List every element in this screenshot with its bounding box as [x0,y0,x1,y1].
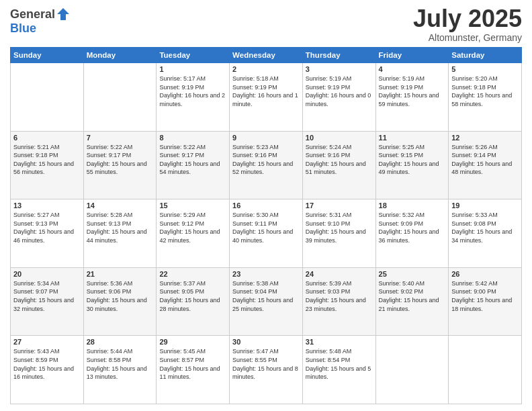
sunset-text: Sunset: 8:54 PM [306,356,373,365]
calendar-cell: 11 Sunrise: 5:25 AM Sunset: 9:15 PM Dayl… [375,131,449,199]
sunset-text: Sunset: 9:07 PM [13,287,81,296]
calendar-cell [449,336,522,404]
daylight-text: Daylight: 15 hours and 39 minutes. [306,228,373,244]
sunset-text: Sunset: 9:04 PM [232,287,300,296]
daylight-text: Daylight: 15 hours and 51 minutes. [306,160,373,177]
day-number: 5 [451,65,519,73]
calendar-cell: 3 Sunrise: 5:19 AM Sunset: 9:19 PM Dayli… [302,63,375,132]
sunset-text: Sunset: 8:58 PM [87,356,154,365]
daylight-text: Daylight: 15 hours and 16 minutes. [13,365,81,381]
daylight-text: Daylight: 15 hours and 30 minutes. [87,296,154,313]
sunrise-text: Sunrise: 5:39 AM [306,279,373,288]
sunrise-text: Sunrise: 5:42 AM [451,279,519,288]
day-info: Sunrise: 5:24 AM Sunset: 9:16 PM Dayligh… [306,143,373,177]
day-info: Sunrise: 5:42 AM Sunset: 9:00 PM Dayligh… [451,279,519,313]
calendar-cell: 28 Sunrise: 5:44 AM Sunset: 8:58 PM Dayl… [83,336,157,404]
calendar-cell: 18 Sunrise: 5:32 AM Sunset: 9:09 PM Dayl… [375,199,449,268]
sunset-text: Sunset: 9:08 PM [451,220,519,228]
sunrise-text: Sunrise: 5:37 AM [159,279,226,288]
day-number: 13 [13,201,81,210]
day-number: 3 [306,65,373,73]
day-info: Sunrise: 5:27 AM Sunset: 9:13 PM Dayligh… [13,211,81,244]
day-number: 26 [451,270,519,278]
sunset-text: Sunset: 9:05 PM [159,287,226,296]
calendar-cell: 7 Sunrise: 5:22 AM Sunset: 9:17 PM Dayli… [83,131,157,199]
sunrise-text: Sunrise: 5:26 AM [451,143,519,152]
sunset-text: Sunset: 9:03 PM [306,287,373,296]
logo-icon [56,7,71,21]
day-info: Sunrise: 5:22 AM Sunset: 9:17 PM Dayligh… [159,143,226,177]
day-number: 30 [232,338,300,346]
sunset-text: Sunset: 9:13 PM [87,220,154,228]
sunrise-text: Sunrise: 5:45 AM [159,347,226,356]
day-info: Sunrise: 5:48 AM Sunset: 8:54 PM Dayligh… [306,347,373,381]
col-thursday: Thursday [302,48,375,63]
sunset-text: Sunset: 9:02 PM [379,287,446,296]
day-number: 12 [451,134,519,142]
sunset-text: Sunset: 9:19 PM [232,83,300,92]
day-number: 19 [451,201,519,210]
calendar-cell: 4 Sunrise: 5:19 AM Sunset: 9:19 PM Dayli… [375,63,449,132]
day-number: 2 [232,65,300,73]
day-number: 25 [379,270,446,278]
calendar-cell: 19 Sunrise: 5:33 AM Sunset: 9:08 PM Dayl… [449,199,522,268]
sunrise-text: Sunrise: 5:32 AM [379,211,446,220]
daylight-text: Daylight: 15 hours and 32 minutes. [13,296,81,313]
sunset-text: Sunset: 8:59 PM [13,356,81,365]
day-info: Sunrise: 5:38 AM Sunset: 9:04 PM Dayligh… [232,279,300,313]
day-info: Sunrise: 5:26 AM Sunset: 9:14 PM Dayligh… [451,143,519,177]
day-info: Sunrise: 5:29 AM Sunset: 9:12 PM Dayligh… [159,211,226,244]
day-info: Sunrise: 5:39 AM Sunset: 9:03 PM Dayligh… [306,279,373,313]
sunrise-text: Sunrise: 5:30 AM [232,211,300,220]
sunset-text: Sunset: 9:10 PM [306,220,373,228]
day-number: 29 [159,338,226,346]
calendar-cell: 24 Sunrise: 5:39 AM Sunset: 9:03 PM Dayl… [302,267,375,336]
day-info: Sunrise: 5:31 AM Sunset: 9:10 PM Dayligh… [306,211,373,244]
page: General Blue July 2025 Altomunster, Germ… [0,0,532,411]
sunrise-text: Sunrise: 5:29 AM [159,211,226,220]
sunrise-text: Sunrise: 5:31 AM [306,211,373,220]
calendar-cell: 14 Sunrise: 5:28 AM Sunset: 9:13 PM Dayl… [83,199,157,268]
sunrise-text: Sunrise: 5:36 AM [87,279,154,288]
calendar-cell: 6 Sunrise: 5:21 AM Sunset: 9:18 PM Dayli… [11,131,84,199]
sunrise-text: Sunrise: 5:40 AM [379,279,446,288]
sunrise-text: Sunrise: 5:43 AM [13,347,81,356]
calendar-week-1: 1 Sunrise: 5:17 AM Sunset: 9:19 PM Dayli… [11,63,522,132]
calendar-table: Sunday Monday Tuesday Wednesday Thursday… [10,47,522,404]
sunset-text: Sunset: 8:57 PM [159,356,226,365]
day-info: Sunrise: 5:43 AM Sunset: 8:59 PM Dayligh… [13,347,81,381]
sunrise-text: Sunrise: 5:19 AM [306,75,373,83]
sunrise-text: Sunrise: 5:47 AM [232,347,300,356]
sunset-text: Sunset: 9:14 PM [451,151,519,160]
daylight-text: Daylight: 15 hours and 28 minutes. [159,296,226,313]
day-info: Sunrise: 5:47 AM Sunset: 8:55 PM Dayligh… [232,347,300,381]
day-number: 8 [159,134,226,142]
day-number: 18 [379,201,446,210]
daylight-text: Daylight: 15 hours and 25 minutes. [232,296,300,313]
day-number: 23 [232,270,300,278]
calendar-cell [83,63,157,132]
day-number: 1 [159,65,226,73]
daylight-text: Daylight: 15 hours and 59 minutes. [379,91,446,108]
col-friday: Friday [375,48,449,63]
calendar-cell: 29 Sunrise: 5:45 AM Sunset: 8:57 PM Dayl… [157,336,230,404]
daylight-text: Daylight: 15 hours and 56 minutes. [13,160,81,177]
sunrise-text: Sunrise: 5:44 AM [87,347,154,356]
title-block: July 2025 Altomunster, Germany [413,7,522,43]
svg-marker-0 [57,8,69,20]
daylight-text: Daylight: 15 hours and 40 minutes. [232,228,300,244]
sunset-text: Sunset: 9:09 PM [379,220,446,228]
daylight-text: Daylight: 15 hours and 36 minutes. [379,228,446,244]
calendar-cell: 16 Sunrise: 5:30 AM Sunset: 9:11 PM Dayl… [230,199,303,268]
sunrise-text: Sunrise: 5:17 AM [159,75,226,83]
day-info: Sunrise: 5:34 AM Sunset: 9:07 PM Dayligh… [13,279,81,313]
daylight-text: Daylight: 15 hours and 34 minutes. [451,228,519,244]
day-number: 24 [306,270,373,278]
daylight-text: Daylight: 15 hours and 44 minutes. [87,228,154,244]
daylight-text: Daylight: 15 hours and 49 minutes. [379,160,446,177]
sunset-text: Sunset: 9:17 PM [159,151,226,160]
sunrise-text: Sunrise: 5:19 AM [379,75,446,83]
sunset-text: Sunset: 9:12 PM [159,220,226,228]
day-number: 7 [87,134,154,142]
day-info: Sunrise: 5:40 AM Sunset: 9:02 PM Dayligh… [379,279,446,313]
